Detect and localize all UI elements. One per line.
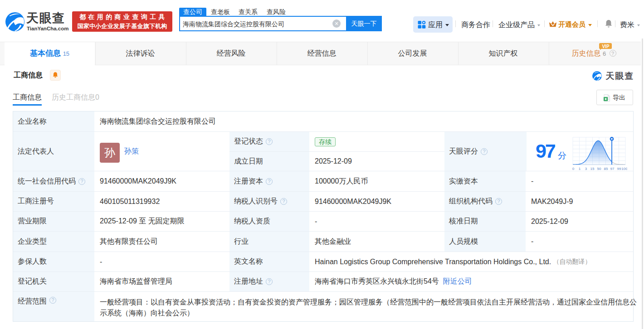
svg-text:99: 99 — [617, 167, 621, 171]
svg-text:85: 85 — [604, 167, 608, 171]
svg-text:3: 3 — [585, 167, 587, 171]
svg-text:97: 97 — [610, 167, 615, 171]
svg-text:VIP: VIP — [602, 44, 609, 49]
svg-text:100: 100 — [621, 167, 627, 171]
svg-text:1: 1 — [579, 167, 581, 171]
svg-text:0: 0 — [572, 167, 575, 171]
svg-text:15: 15 — [590, 167, 595, 171]
svg-text:50: 50 — [597, 167, 601, 171]
